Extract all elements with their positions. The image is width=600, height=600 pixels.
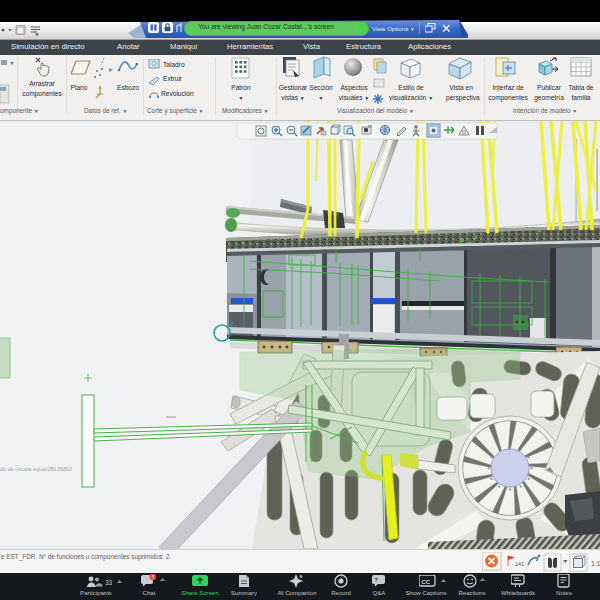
svg-text:141: 141 [515, 561, 524, 567]
svg-text:5: 5 [152, 574, 155, 580]
svg-text:33: 33 [105, 579, 113, 586]
svg-text:CC: CC [422, 579, 431, 585]
svg-text:?: ? [374, 577, 378, 583]
svg-text:do de escala equal/28139302: do de escala equal/28139302 [0, 466, 72, 472]
svg-text:1:1: 1:1 [591, 560, 600, 567]
